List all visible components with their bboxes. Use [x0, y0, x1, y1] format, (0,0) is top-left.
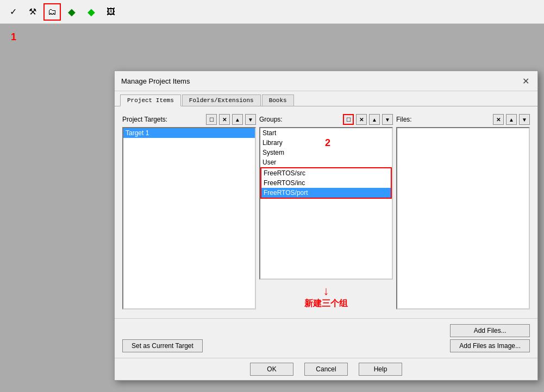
- bottom-left: Set as Current Target: [122, 339, 203, 352]
- files-up-button[interactable]: ▲: [506, 114, 517, 125]
- tab-bar: Project Items Folders/Extensions Books: [115, 91, 537, 106]
- bottom-area: Set as Current Target Add Files... Add F…: [115, 318, 537, 358]
- targets-up-button[interactable]: ▲: [232, 114, 243, 125]
- groups-list[interactable]: Start Library System User FreeRTOS/src F…: [259, 127, 393, 280]
- dialog-titlebar: Manage Project Items ✕: [115, 71, 537, 91]
- set-current-target-button[interactable]: Set as Current Target: [122, 339, 203, 352]
- wrench-icon: ⚒: [29, 7, 36, 17]
- groups-header: Groups: ☐ ✕ ▲ ▼: [259, 114, 393, 125]
- annotation-2: 2: [325, 137, 330, 149]
- files-list[interactable]: [396, 127, 530, 309]
- ok-button[interactable]: OK: [250, 363, 293, 376]
- dialog-footer: OK Cancel Help: [115, 358, 537, 380]
- add-files-image-button[interactable]: Add Files as Image...: [450, 339, 530, 352]
- files-header: Files: ✕ ▲ ▼: [396, 114, 530, 125]
- files-delete-button[interactable]: ✕: [493, 114, 504, 125]
- group-item-freertos-inc[interactable]: FreeRTOS/inc: [261, 178, 391, 188]
- targets-new-icon: ☐: [209, 117, 214, 123]
- files-down-button[interactable]: ▼: [519, 114, 530, 125]
- bottom-right: Add Files... Add Files as Image...: [450, 324, 530, 352]
- red-box-container: FreeRTOS/src FreeRTOS/inc FreeRTOS/port: [260, 167, 392, 199]
- files-down-icon: ▼: [522, 117, 527, 123]
- image-button[interactable]: 🖼: [102, 3, 120, 21]
- targets-delete-button[interactable]: ✕: [219, 114, 230, 125]
- diamond1-icon: ◆: [68, 6, 76, 18]
- help-button[interactable]: Help: [359, 363, 402, 376]
- close-button[interactable]: ✕: [520, 75, 531, 86]
- annotation-arrow: ↓: [259, 284, 393, 298]
- toolbar: ✓ ⚒ 🗂 ◆ ◆ 🖼: [0, 0, 544, 24]
- files-label: Files:: [396, 116, 491, 123]
- new-target-icon: 🗂: [48, 7, 57, 17]
- targets-new-button[interactable]: ☐: [206, 114, 217, 125]
- groups-new-button[interactable]: ☐: [343, 114, 354, 125]
- group-item-user[interactable]: User: [260, 157, 392, 167]
- new-target-button[interactable]: 🗂: [43, 3, 61, 21]
- files-up-icon: ▲: [509, 117, 514, 123]
- manage-project-dialog: Manage Project Items ✕ Project Items Fol…: [114, 71, 538, 381]
- targets-list[interactable]: Target 1: [122, 127, 256, 309]
- groups-up-icon: ▲: [372, 117, 377, 123]
- files-panel: Files: ✕ ▲ ▼: [396, 114, 530, 309]
- dialog-title: Manage Project Items: [121, 77, 190, 85]
- targets-label: Project Targets:: [122, 116, 204, 123]
- diamond1-button[interactable]: ◆: [63, 3, 80, 21]
- annotation-area: ↓ 新建三个组: [259, 284, 393, 309]
- groups-new-icon: ☐: [346, 117, 351, 123]
- targets-panel: Project Targets: ☐ ✕ ▲ ▼ Target 1: [122, 114, 256, 309]
- groups-up-button[interactable]: ▲: [369, 114, 380, 125]
- tab-books[interactable]: Books: [262, 94, 294, 106]
- files-delete-icon: ✕: [496, 117, 501, 123]
- groups-down-button[interactable]: ▼: [382, 114, 393, 125]
- groups-label: Groups:: [259, 116, 341, 123]
- targets-header: Project Targets: ☐ ✕ ▲ ▼: [122, 114, 256, 125]
- annotation-1: 1: [11, 31, 16, 43]
- groups-delete-icon: ✕: [359, 117, 364, 123]
- targets-down-icon: ▼: [248, 117, 253, 123]
- tab-folders-extensions[interactable]: Folders/Extensions: [182, 94, 261, 106]
- groups-delete-button[interactable]: ✕: [356, 114, 367, 125]
- groups-down-icon: ▼: [385, 117, 390, 123]
- cancel-button[interactable]: Cancel: [304, 363, 348, 376]
- targets-delete-icon: ✕: [222, 117, 227, 123]
- group-item-freertos-src[interactable]: FreeRTOS/src: [261, 168, 391, 178]
- add-files-button[interactable]: Add Files...: [450, 324, 530, 337]
- check-icon: ✓: [10, 7, 17, 17]
- group-item-freertos-port[interactable]: FreeRTOS/port: [261, 188, 391, 198]
- diamond2-icon: ◆: [87, 6, 95, 18]
- tab-project-items[interactable]: Project Items: [120, 94, 181, 106]
- targets-up-icon: ▲: [235, 117, 240, 123]
- target-item-1[interactable]: Target 1: [123, 128, 255, 138]
- group-item-start[interactable]: Start: [260, 128, 392, 138]
- image-icon: 🖼: [107, 7, 115, 17]
- check-button[interactable]: ✓: [4, 3, 22, 21]
- group-item-system[interactable]: System: [260, 148, 392, 157]
- annotation-text: 新建三个组: [259, 298, 393, 309]
- diamond2-button[interactable]: ◆: [83, 3, 100, 21]
- targets-down-button[interactable]: ▼: [245, 114, 256, 125]
- wrench-button[interactable]: ⚒: [24, 3, 41, 21]
